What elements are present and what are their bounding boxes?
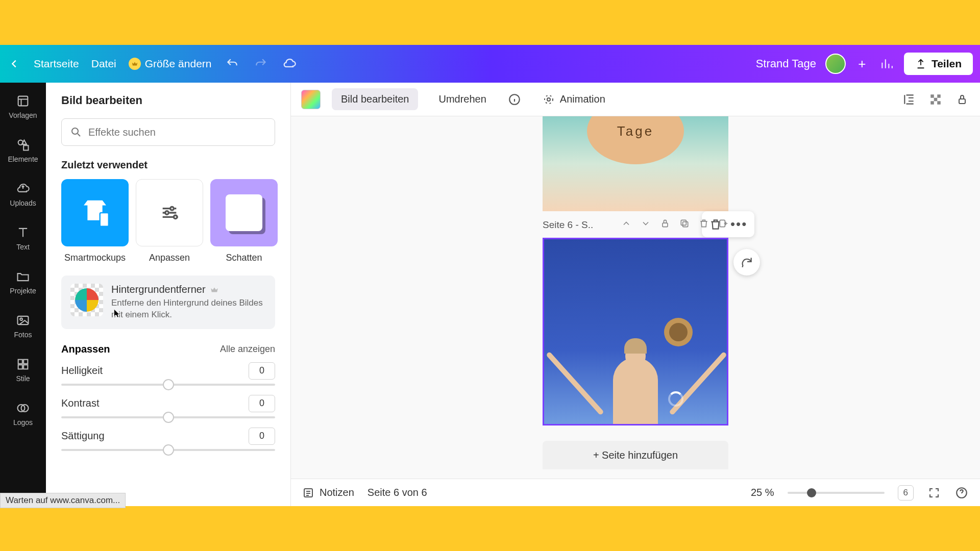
effect-smartmockups[interactable]: Smartmockups xyxy=(61,179,129,263)
edit-image-button[interactable]: Bild bearbeiten xyxy=(332,88,418,110)
hat-icon xyxy=(664,318,693,346)
effect-adjust[interactable]: Anpassen xyxy=(136,179,203,263)
nav-elements[interactable]: Elemente xyxy=(0,134,46,167)
canvas-body[interactable]: Tage ••• Seite 6 - S.. xyxy=(291,116,980,479)
expand-down-icon[interactable] xyxy=(641,218,651,231)
bg-remover-desc: Entferne den Hintergrund deines Bildes m… xyxy=(111,297,266,321)
more-icon[interactable]: ••• xyxy=(730,216,747,232)
page-5-thumb[interactable]: Tage xyxy=(543,116,728,211)
notes-button[interactable]: Notizen xyxy=(302,487,354,499)
nav-styles[interactable]: Stile xyxy=(0,353,46,387)
search-icon xyxy=(70,126,82,138)
panel-title: Bild bearbeiten xyxy=(61,94,275,107)
share-label: Teilen xyxy=(932,58,962,70)
animation-button[interactable]: Animation xyxy=(533,88,615,111)
user-avatar[interactable] xyxy=(825,54,846,74)
undo-button[interactable] xyxy=(224,56,240,72)
edit-toolbar: Bild bearbeiten Umdrehen Animation xyxy=(291,83,980,116)
svg-rect-3 xyxy=(18,316,29,324)
fullscreen-button[interactable] xyxy=(927,486,941,500)
delete-page-icon[interactable] xyxy=(699,218,709,231)
svg-rect-19 xyxy=(930,94,934,98)
brightness-slider[interactable] xyxy=(61,384,275,386)
page-label[interactable]: Seite 6 - S.. xyxy=(543,219,593,231)
contrast-value[interactable]: 0 xyxy=(249,395,275,412)
bg-remover-title: Hintergrundentferner xyxy=(111,284,206,295)
nav-rail: Vorlagen Elemente Uploads Text Projekte … xyxy=(0,83,46,506)
svg-rect-0 xyxy=(18,96,28,106)
nav-uploads[interactable]: Uploads xyxy=(0,178,46,211)
flip-button[interactable]: Umdrehen xyxy=(429,88,495,110)
cloud-sync-icon[interactable] xyxy=(281,56,298,72)
smartmockups-thumb xyxy=(61,179,129,246)
brightness-value[interactable]: 0 xyxy=(249,362,275,380)
svg-rect-8 xyxy=(23,365,28,369)
share-button[interactable]: Teilen xyxy=(904,53,973,75)
page-6-canvas[interactable] xyxy=(543,238,728,425)
lock-button[interactable] xyxy=(954,92,970,107)
file-menu[interactable]: Datei xyxy=(91,58,116,70)
svg-rect-26 xyxy=(683,222,688,227)
transparency-button[interactable] xyxy=(928,92,943,107)
saturation-value[interactable]: 0 xyxy=(249,428,275,445)
app-window: Startseite Datei Größe ändern Strand Tag… xyxy=(0,45,980,506)
page-indicator: Seite 6 von 6 xyxy=(368,487,427,498)
svg-rect-2 xyxy=(23,145,28,150)
redo-button[interactable] xyxy=(253,56,269,72)
zoom-slider[interactable] xyxy=(788,492,885,494)
nav-projects[interactable]: Projekte xyxy=(0,265,46,299)
add-page-button[interactable]: + Seite hinzufügen xyxy=(543,441,728,469)
resize-button[interactable]: Größe ändern xyxy=(129,58,212,70)
svg-rect-22 xyxy=(930,101,934,105)
zoom-label[interactable]: 25 % xyxy=(751,487,774,498)
contrast-slider[interactable] xyxy=(61,416,275,418)
canvas-image[interactable] xyxy=(584,312,687,425)
saturation-slider[interactable] xyxy=(61,449,275,451)
svg-rect-21 xyxy=(934,97,938,101)
duplicate-page-icon[interactable] xyxy=(679,218,690,231)
page-6-header: Seite 6 - S.. xyxy=(543,218,728,231)
loading-spinner-icon xyxy=(668,391,683,407)
svg-point-17 xyxy=(547,98,550,101)
help-button[interactable] xyxy=(954,486,969,500)
recent-label: Zuletzt verwendet xyxy=(61,159,275,171)
bg-remover-icon xyxy=(70,284,103,316)
add-collaborator-button[interactable]: + xyxy=(855,57,869,71)
effect-shadow[interactable]: Schatten xyxy=(210,179,278,263)
adjust-thumb xyxy=(136,179,203,246)
color-picker-button[interactable] xyxy=(301,90,321,109)
position-button[interactable] xyxy=(901,92,917,107)
adjust-section-title: Anpassen xyxy=(61,343,110,355)
nav-photos[interactable]: Fotos xyxy=(0,309,46,343)
home-link[interactable]: Startseite xyxy=(34,58,79,70)
nav-templates[interactable]: Vorlagen xyxy=(0,90,46,123)
nav-logos[interactable]: Logos xyxy=(0,397,46,431)
brightness-control: Helligkeit 0 xyxy=(61,362,275,386)
document-title[interactable]: Strand Tage xyxy=(756,57,816,70)
saturation-control: Sättigung 0 xyxy=(61,428,275,451)
side-panel: Bild bearbeiten Zuletzt verwendet Smartm… xyxy=(46,83,291,506)
add-page-icon[interactable] xyxy=(718,218,728,231)
page-count-badge[interactable]: 6 xyxy=(898,485,914,500)
collapse-up-icon[interactable] xyxy=(621,218,631,231)
back-button[interactable] xyxy=(7,57,21,71)
nav-text[interactable]: Text xyxy=(0,221,46,255)
animation-icon xyxy=(543,93,555,106)
insights-button[interactable] xyxy=(878,56,895,72)
search-input[interactable] xyxy=(88,127,266,138)
svg-point-4 xyxy=(20,318,22,320)
search-box[interactable] xyxy=(61,118,275,146)
svg-point-14 xyxy=(165,211,169,215)
info-icon[interactable] xyxy=(507,92,522,107)
lock-page-icon[interactable] xyxy=(660,218,670,231)
svg-rect-25 xyxy=(663,223,668,227)
resize-label: Größe ändern xyxy=(145,58,212,70)
svg-rect-27 xyxy=(681,220,686,225)
svg-rect-20 xyxy=(937,94,941,98)
canvas-area: Bild bearbeiten Umdrehen Animation xyxy=(291,83,980,506)
bottom-bar: Notizen Seite 6 von 6 25 % 6 xyxy=(291,479,980,506)
refresh-fab[interactable] xyxy=(733,249,760,276)
show-all-link[interactable]: Alle anzeigen xyxy=(220,344,275,355)
background-remover-card[interactable]: Hintergrundentferner Entferne den Hinter… xyxy=(61,276,275,329)
shadow-thumb xyxy=(210,179,278,246)
